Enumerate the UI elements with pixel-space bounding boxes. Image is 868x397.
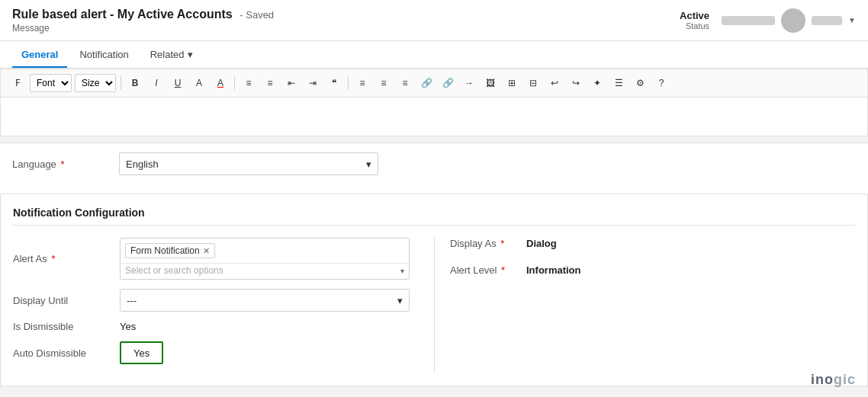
page-subtitle: Message xyxy=(12,23,274,34)
alert-level-value: Information xyxy=(526,264,581,276)
toolbar-underline-btn[interactable]: U xyxy=(169,74,187,92)
display-until-value: --- xyxy=(127,295,137,306)
form-notification-tag: Form Notification ✕ xyxy=(125,243,215,258)
config-left-col: Alert As * Form Notification ✕ Select or… xyxy=(13,238,434,373)
user-area: ▼ xyxy=(722,8,856,33)
language-select[interactable]: English ▾ xyxy=(119,152,378,175)
page-title: Rule based alert - My Active Accounts - … xyxy=(12,8,274,21)
tag-close-btn[interactable]: ✕ xyxy=(203,246,210,256)
editor-body[interactable] xyxy=(1,98,867,136)
display-as-value: Dialog xyxy=(526,238,557,249)
alert-level-required: * xyxy=(501,264,505,276)
display-until-arrow: ▾ xyxy=(397,295,403,306)
display-as-label: Display As * xyxy=(450,238,526,249)
toolbar-bold-btn[interactable]: B xyxy=(126,74,144,92)
header-title-area: Rule based alert - My Active Accounts - … xyxy=(12,8,274,34)
language-dropdown-arrow: ▾ xyxy=(366,158,371,170)
toolbar-indent-btn[interactable]: ⇥ xyxy=(304,74,322,92)
toolbar-separator-1 xyxy=(121,76,121,90)
editor-section: 𝖥 Font Size B I U A A ≡ ≡ ⇤ ⇥ ❝ ≡ ≡ ≡ 🔗 … xyxy=(0,69,868,136)
toolbar-align-right-btn[interactable]: ≡ xyxy=(375,74,393,92)
tab-notification[interactable]: Notification xyxy=(70,43,137,68)
config-grid: Alert As * Form Notification ✕ Select or… xyxy=(13,238,855,373)
toolbar-table-btn[interactable]: ⊞ xyxy=(503,74,521,92)
toolbar-image-btn[interactable]: 🖼 xyxy=(481,74,500,92)
inogic-logo: inogic xyxy=(811,372,856,388)
toolbar-quote-btn[interactable]: ❝ xyxy=(325,74,343,92)
display-until-label: Display Until xyxy=(13,295,120,306)
language-section: Language * English ▾ xyxy=(0,142,868,194)
editor-toolbar: 𝖥 Font Size B I U A A ≡ ≡ ⇤ ⇥ ❝ ≡ ≡ ≡ 🔗 … xyxy=(1,69,867,98)
toolbar-align-center-btn[interactable]: ≡ xyxy=(353,74,371,92)
toolbar-outdent-btn[interactable]: ⇤ xyxy=(282,74,301,92)
is-dismissible-value: Yes xyxy=(120,321,136,332)
toolbar-more-btn[interactable]: ☰ xyxy=(609,74,628,92)
tab-general[interactable]: General xyxy=(12,43,67,68)
toolbar-link-btn[interactable]: 🔗 xyxy=(417,74,436,92)
notification-configuration-section: Notification Configuration Alert As * Fo… xyxy=(0,194,868,386)
blurred-user-role xyxy=(812,16,842,25)
alert-as-input-row: Select or search options ▾ xyxy=(121,263,409,279)
related-dropdown-arrow: ▾ xyxy=(188,49,193,60)
toolbar-highlight-btn[interactable]: A xyxy=(190,74,208,92)
toolbar-justify-btn[interactable]: ≡ xyxy=(396,74,414,92)
nav-tabs: General Notification Related ▾ xyxy=(0,41,868,69)
toolbar-bullets-btn[interactable]: ≡ xyxy=(261,74,279,92)
status-section: Active Status xyxy=(680,10,709,30)
language-row: Language * English ▾ xyxy=(12,152,856,175)
display-until-select[interactable]: --- ▾ xyxy=(120,289,410,312)
toolbar-insert-btn[interactable]: → xyxy=(460,74,478,92)
alert-as-label: Alert As * xyxy=(13,253,120,264)
toolbar-redo-btn[interactable]: ↪ xyxy=(567,74,585,92)
alert-as-multiselect[interactable]: Form Notification ✕ Select or search opt… xyxy=(120,238,410,280)
toolbar-align-left-btn[interactable]: ≡ xyxy=(240,74,258,92)
toolbar-format-btn[interactable]: 𝖥 xyxy=(8,74,27,92)
alert-level-row: Alert Level * Information xyxy=(450,264,840,276)
toolbar-source-btn[interactable]: ✦ xyxy=(588,74,606,92)
page-header: Rule based alert - My Active Accounts - … xyxy=(0,0,868,41)
blurred-user-name xyxy=(722,16,775,25)
alert-level-label: Alert Level * xyxy=(450,264,526,276)
toolbar-help-btn[interactable]: ? xyxy=(652,74,670,92)
avatar xyxy=(781,8,805,33)
auto-dismissible-yes-button[interactable]: Yes xyxy=(120,341,163,364)
tab-related[interactable]: Related ▾ xyxy=(141,43,202,68)
toolbar-separator-2 xyxy=(234,76,235,90)
toolbar-unlink-btn[interactable]: 🔗 xyxy=(439,74,457,92)
toolbar-separator-3 xyxy=(348,76,349,90)
toolbar-fontcolor-btn[interactable]: A xyxy=(211,74,230,92)
size-select[interactable]: Size xyxy=(75,74,116,92)
display-as-required: * xyxy=(500,238,504,249)
font-select[interactable]: Font xyxy=(30,74,72,92)
header-right-area: Active Status ▼ xyxy=(680,8,856,33)
alert-as-placeholder: Select or search options xyxy=(125,265,400,276)
language-label: Language * xyxy=(12,158,119,170)
toolbar-table2-btn[interactable]: ⊟ xyxy=(524,74,542,92)
alert-as-required: * xyxy=(51,253,55,264)
toolbar-undo-btn[interactable]: ↩ xyxy=(545,74,564,92)
section-title: Notification Configuration xyxy=(13,207,855,226)
display-as-row: Display As * Dialog xyxy=(450,238,840,249)
language-required: * xyxy=(60,158,64,170)
config-right-col: Display As * Dialog Alert Level * Inform… xyxy=(434,238,855,373)
display-until-row: Display Until --- ▾ xyxy=(13,289,419,312)
toolbar-italic-btn[interactable]: I xyxy=(147,74,166,92)
status-active-label: Active xyxy=(680,10,709,21)
alert-as-tags: Form Notification ✕ xyxy=(121,239,409,263)
user-dropdown-arrow[interactable]: ▼ xyxy=(848,16,856,24)
alert-as-arrow: ▾ xyxy=(400,267,404,275)
auto-dismissible-row: Auto Dismissible Yes xyxy=(13,341,419,364)
status-field-label: Status xyxy=(686,21,709,30)
alert-as-row: Alert As * Form Notification ✕ Select or… xyxy=(13,238,419,280)
toolbar-settings-btn[interactable]: ⚙ xyxy=(631,74,649,92)
main-content: 𝖥 Font Size B I U A A ≡ ≡ ⇤ ⇥ ❝ ≡ ≡ ≡ 🔗 … xyxy=(0,69,868,397)
is-dismissible-row: Is Dismissible Yes xyxy=(13,321,419,332)
is-dismissible-label: Is Dismissible xyxy=(13,321,120,332)
auto-dismissible-label: Auto Dismissible xyxy=(13,347,120,359)
